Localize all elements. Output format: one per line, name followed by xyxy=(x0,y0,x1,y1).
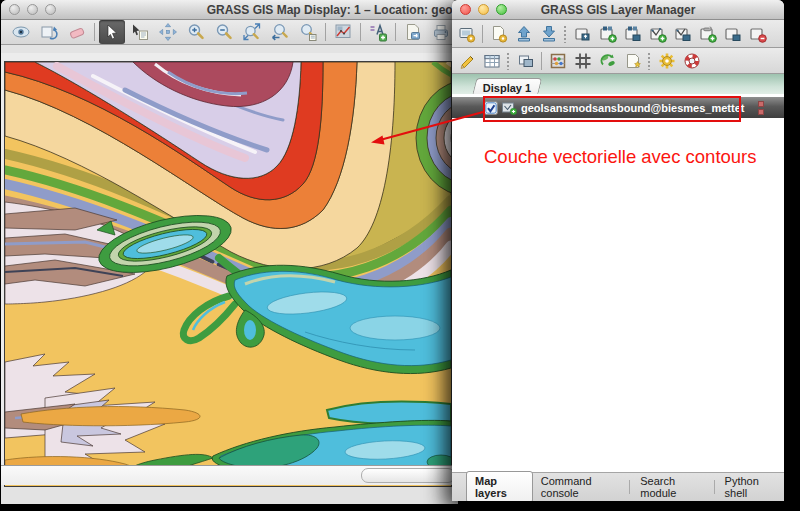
zoom-back-button[interactable] xyxy=(267,20,293,44)
new-workspace-button[interactable] xyxy=(487,23,510,45)
vector-layer-icon xyxy=(502,101,517,115)
map-display-title: GRASS GIS Map Display: 1 – Location: geo… xyxy=(1,3,458,17)
desktop: GRASS GIS Map Display: 1 – Location: geo… xyxy=(0,0,800,511)
start-new-display-button[interactable] xyxy=(455,23,478,45)
pan-icon xyxy=(158,22,178,42)
layer-row-grip[interactable] xyxy=(758,101,764,115)
save-arrow-icon xyxy=(540,25,558,43)
tab-command-console[interactable]: Command console xyxy=(533,472,628,501)
tab-python-shell[interactable]: Python shell xyxy=(717,472,784,501)
map-display-titlebar[interactable]: GRASS GIS Map Display: 1 – Location: geo… xyxy=(1,0,458,20)
life-ring-icon xyxy=(683,52,701,70)
layer-checkbox[interactable] xyxy=(484,101,498,115)
zoom-out-button[interactable] xyxy=(211,20,237,44)
chart-icon xyxy=(333,22,353,42)
printer-icon xyxy=(431,22,451,42)
add-map-elements-button[interactable] xyxy=(365,20,391,44)
map-calculator-button[interactable] xyxy=(546,50,569,72)
pencil-icon xyxy=(458,52,476,70)
statusbar-coordinates-dropdown[interactable] xyxy=(361,468,455,483)
open-workspace-button[interactable] xyxy=(512,23,535,45)
new-workspace-icon xyxy=(490,25,508,43)
render-map-button[interactable] xyxy=(36,20,62,44)
map-composer-button[interactable] xyxy=(621,50,644,72)
digitizer-button[interactable] xyxy=(455,50,478,72)
help-button[interactable] xyxy=(680,50,703,72)
add-various-raster-button[interactable] xyxy=(621,23,644,45)
close-button[interactable] xyxy=(460,4,471,15)
display-map-button[interactable] xyxy=(8,20,34,44)
zoom-in-icon xyxy=(186,22,206,42)
minimize-button[interactable] xyxy=(478,4,489,15)
modeler-recycle-icon xyxy=(599,52,617,70)
zoom-in-button[interactable] xyxy=(183,20,209,44)
save-workspace-button[interactable] xyxy=(537,23,560,45)
delete-layer-button[interactable] xyxy=(746,23,769,45)
text-overlay-icon xyxy=(368,22,388,42)
close-button[interactable] xyxy=(9,4,20,15)
save-display-button[interactable] xyxy=(400,20,426,44)
map-display-window: GRASS GIS Map Display: 1 – Location: geo… xyxy=(1,0,458,504)
gear-icon xyxy=(658,52,676,70)
zoom-extent-button[interactable] xyxy=(239,20,265,44)
add-various-raster-icon xyxy=(624,25,642,43)
eraser-icon xyxy=(67,22,87,42)
add-command-layer-button[interactable] xyxy=(696,23,719,45)
save-file-icon xyxy=(403,22,423,42)
new-display-small-button[interactable] xyxy=(514,50,537,72)
add-raster-icon xyxy=(574,25,592,43)
tab-separator xyxy=(714,480,715,494)
zoom-options-icon xyxy=(298,22,318,42)
pan-tool-button[interactable] xyxy=(155,20,181,44)
zoom-options-button[interactable] xyxy=(295,20,321,44)
load-arrow-icon xyxy=(515,25,533,43)
erase-display-button[interactable] xyxy=(64,20,90,44)
pointer-icon xyxy=(102,22,122,42)
add-group-button[interactable] xyxy=(721,23,744,45)
print-display-button[interactable] xyxy=(428,20,454,44)
grid-icon xyxy=(574,52,592,70)
query-icon xyxy=(130,22,150,42)
map-canvas[interactable] xyxy=(4,61,452,487)
layer-manager-titlebar[interactable]: GRASS GIS Layer Manager xyxy=(452,0,784,20)
analyze-map-button[interactable] xyxy=(330,20,356,44)
add-various-vector-icon xyxy=(674,25,692,43)
layer-manager-bottom-tabs: Map layers Command console Search module… xyxy=(452,472,784,501)
add-vector-icon xyxy=(649,25,667,43)
layer-name[interactable]: geolsansmodsansbound@biesmes_mettet xyxy=(521,102,744,114)
attribute-table-button[interactable] xyxy=(480,50,503,72)
add-raster-layer-button[interactable] xyxy=(571,23,594,45)
zoom-button[interactable] xyxy=(45,4,56,15)
settings-button[interactable] xyxy=(655,50,678,72)
geologic-map-svg xyxy=(5,62,451,486)
overlap-displays-icon xyxy=(517,52,535,70)
zoom-extent-icon xyxy=(242,22,262,42)
tab-separator xyxy=(629,480,630,494)
pointer-tool-button[interactable] xyxy=(99,20,125,44)
tab-map-layers[interactable]: Map layers xyxy=(466,471,533,501)
map-statusbar xyxy=(1,465,458,485)
graphical-modeler-button[interactable] xyxy=(596,50,619,72)
minimize-button[interactable] xyxy=(27,4,38,15)
add-raster-series-icon xyxy=(599,25,617,43)
layer-tree-panel[interactable]: geolsansmodsansbound@biesmes_mettet xyxy=(452,94,784,473)
add-various-vector-button[interactable] xyxy=(671,23,694,45)
window-controls xyxy=(9,4,56,15)
render-icon xyxy=(39,22,59,42)
layer-manager-toolbar-1 xyxy=(452,20,784,48)
layer-manager-window: GRASS GIS Layer Manager xyxy=(452,0,784,501)
add-raster-series-button[interactable] xyxy=(596,23,619,45)
zoom-button[interactable] xyxy=(496,4,507,15)
layer-manager-toolbar-2 xyxy=(452,48,784,74)
zoom-back-icon xyxy=(270,22,290,42)
add-vector-layer-button[interactable] xyxy=(646,23,669,45)
composer-page-icon xyxy=(624,52,642,70)
query-tool-button[interactable] xyxy=(127,20,153,44)
add-command-icon xyxy=(699,25,717,43)
tab-search-module[interactable]: Search module xyxy=(632,472,711,501)
add-group-icon xyxy=(724,25,742,43)
layer-row-selected[interactable]: geolsansmodsansbound@biesmes_mettet xyxy=(452,97,784,118)
abacus-icon xyxy=(549,52,567,70)
georectifier-button[interactable] xyxy=(571,50,594,72)
table-icon xyxy=(483,52,501,70)
